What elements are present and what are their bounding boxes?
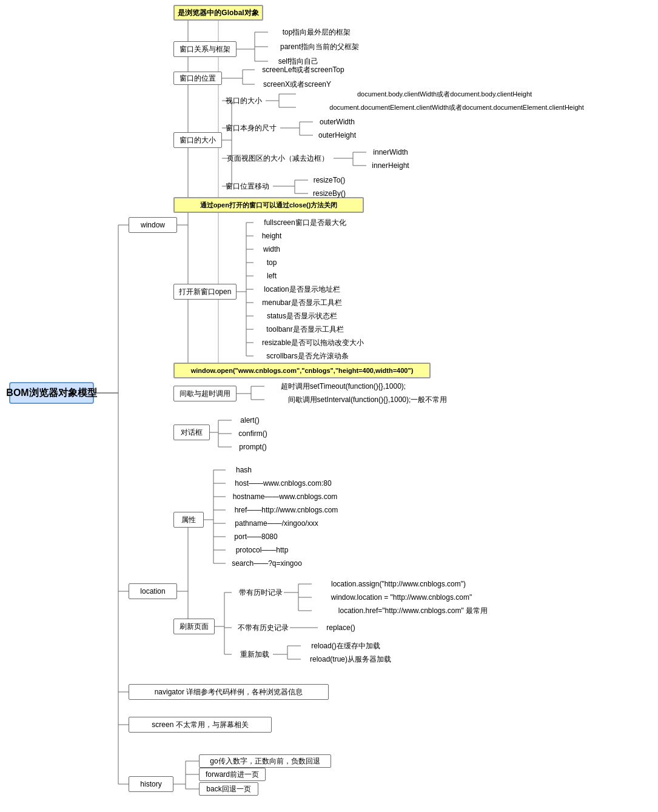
reload-node: 重新加载 [232, 648, 278, 661]
no-history-node: 不带有历史记录 [232, 621, 295, 634]
confirm-node: confirm() [232, 427, 274, 440]
resizable-node: resizable是否可以拖动改变大小 [253, 336, 372, 349]
window-close-label: 通过open打开的窗口可以通过close()方法关闭 [200, 201, 338, 210]
kuangjia-label: 窗口关系与框架 [180, 44, 230, 55]
diagram: BOM浏览器对象模型 是浏览器中的Global对象 window 通过open打… [0, 0, 658, 812]
doc-client-wh-node: document.body.clientWidth或者document.body… [296, 87, 593, 101]
window-self-size-node: 窗口本身的尺寸 [222, 121, 280, 135]
innerHeight-node: innerHeight [366, 159, 415, 172]
loc-bar-node: location是否显示地址栏 [253, 283, 351, 296]
setTimeout-node: 超时调用setTimeout(function(){},1000); [264, 380, 422, 393]
window-node: window [129, 217, 177, 233]
open-new-node: 打开新窗口open [173, 284, 237, 300]
loc-assign-node: location.assign("http://www.cnblogs.com"… [312, 577, 485, 591]
global-node: 是浏览器中的Global对象 [173, 5, 263, 21]
protocol-node: protocol——http [226, 543, 298, 557]
resizeBy-node: resizeBy() [308, 187, 351, 200]
loc-href-node: location.href="http://www.cnblogs.com" 最… [312, 604, 514, 617]
hostname-node: hostname——www.cnblogs.com [226, 490, 344, 503]
toolbar-node: toolbanr是否显示工具栏 [253, 323, 357, 336]
loc-attr-node: 属性 [173, 512, 204, 528]
navigator-node: navigator 详细参考代码样例，各种浏览器信息 [129, 684, 329, 700]
window-label: window [141, 221, 165, 229]
pathname-node: pathname——/xingoo/xxx [226, 517, 327, 530]
dialog-node: 对话框 [173, 424, 210, 440]
window-loc-node: window.location = "http://www.cnblogs.co… [312, 591, 491, 604]
timeout-node: 间歇与超时调用 [173, 386, 237, 401]
window-pos-node: 窗口的位置 [173, 72, 222, 85]
top-node: top [253, 256, 290, 269]
forward-node: forward前进一页 [199, 768, 266, 781]
left-node: left [253, 269, 290, 283]
screen-node: screen 不太常用，与屏幕相关 [129, 717, 272, 733]
parent-frame-node: parent指向当前的父框架 [268, 40, 371, 53]
window-open-code-node: window.open("www.cnblogs.com","cnblogs",… [173, 363, 431, 378]
status-bar-node: status是否显示状态栏 [253, 309, 351, 323]
href-node: href——http://www.cnblogs.com [226, 503, 347, 517]
top-frame-node: top指向最外层的框架 [268, 25, 365, 39]
fullscreen-node: fullscreen窗口是否最大化 [253, 216, 357, 229]
hash-node: hash [226, 463, 262, 477]
window-move-node: 窗口位置移动 [222, 180, 273, 193]
alert-node: alert() [232, 414, 268, 427]
reload-cache-node: reload()在缓存中加载 [301, 639, 391, 653]
width-node: width [253, 243, 290, 256]
root-label: BOM浏览器对象模型 [6, 387, 96, 400]
innerWidth-node: innerWidth [366, 146, 415, 159]
scrollbars-node: scrollbars是否允许滚动条 [253, 349, 361, 363]
prompt-node: prompt() [232, 440, 274, 454]
reload-server-node: reload(true)从服务器加载 [301, 653, 400, 666]
port-node: port——8080 [226, 530, 286, 543]
global-label: 是浏览器中的Global对象 [178, 8, 258, 18]
resizeTo-node: resizeTo() [308, 173, 351, 187]
root-node: BOM浏览器对象模型 [9, 382, 94, 404]
window-open-code-label: window.open("www.cnblogs.com","cnblogs",… [191, 367, 414, 374]
height-node: height [253, 229, 290, 243]
doc-elem-wh-node: document.documentElement.clientWidth或者do… [296, 101, 617, 114]
menubar-node: menubar是否显示工具栏 [253, 296, 351, 309]
setInterval-node: 间歇调用setInterval(function(){},1000);一般不常用 [264, 393, 471, 406]
window-size-node: 窗口的大小 [173, 132, 222, 148]
kuangjia-node: 窗口关系与框架 [173, 41, 237, 57]
go-node: go传入数字，正数向前，负数回退 [199, 754, 331, 768]
back-node: back回退一页 [199, 782, 258, 796]
refresh-node: 刷新页面 [173, 619, 215, 634]
viewport-size-node: 视口的大小 [222, 94, 266, 107]
history-node: history [129, 776, 173, 792]
page-view-size-node: 页面视图区的大小（减去边框） [222, 152, 334, 165]
location-node: location [129, 583, 177, 599]
outerWidth-node: outerWidth [313, 115, 361, 129]
search-node: search——?q=xingoo [226, 557, 308, 570]
replace-node: replace() [318, 621, 364, 634]
with-history-node: 带有历时记录 [232, 586, 290, 599]
host-node: host——www.cnblogs.com:80 [226, 477, 341, 490]
outerHeight-node: outerHeight [313, 129, 361, 142]
screenLeft-node: screenLeft或者screenTop [255, 63, 352, 76]
